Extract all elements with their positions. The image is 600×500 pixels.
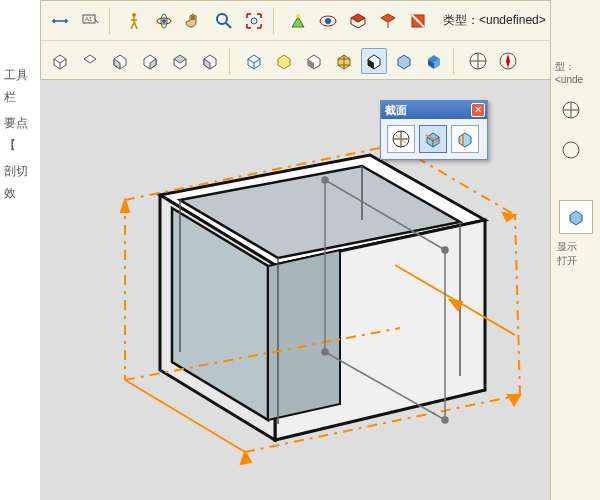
left-cropped-text: 工具栏 要点【 剖切效 <box>0 60 40 212</box>
svg-text:A1: A1 <box>85 16 93 22</box>
type-echo-label: 型：<unde <box>555 60 600 85</box>
right-text: 显示 打开 <box>557 240 577 268</box>
right-cropped-panel: 型：<unde 显示 打开 <box>550 0 600 500</box>
svg-point-10 <box>325 18 331 24</box>
close-icon[interactable]: ✕ <box>471 103 485 117</box>
shade-shaded-button[interactable] <box>301 48 327 74</box>
view-back-button[interactable] <box>167 48 193 74</box>
section-cut-toggle-button[interactable] <box>451 125 479 153</box>
svg-point-7 <box>251 18 257 24</box>
view-top-button[interactable] <box>77 48 103 74</box>
orbit-tool[interactable] <box>151 8 177 34</box>
zoom-tool[interactable] <box>211 8 237 34</box>
section-panel-titlebar[interactable]: 截面 ✕ <box>381 101 487 119</box>
section-plane-tool-button[interactable] <box>387 125 415 153</box>
section-panel-title: 截面 <box>383 103 407 118</box>
svg-point-2 <box>132 13 136 17</box>
view-left-button[interactable] <box>197 48 223 74</box>
position-camera-tool[interactable] <box>285 8 311 34</box>
axes-icon <box>561 100 581 120</box>
svg-point-8 <box>296 14 300 18</box>
right-thumb-box[interactable] <box>559 200 593 234</box>
svg-point-14 <box>322 177 328 183</box>
toolbar-row-2 <box>41 41 599 81</box>
shade-xray-button[interactable] <box>391 48 417 74</box>
shade-color-button[interactable] <box>421 48 447 74</box>
section-cut-tool[interactable] <box>405 8 431 34</box>
view-iso-button[interactable] <box>47 48 73 74</box>
section-display-tool[interactable] <box>375 8 401 34</box>
walk-tool[interactable] <box>121 8 147 34</box>
svg-point-5 <box>162 19 166 23</box>
svg-point-6 <box>217 14 227 24</box>
toolbar-row-1: A1 类型：<undefined> <box>41 1 599 41</box>
compass-button[interactable] <box>495 48 521 74</box>
view-right-button[interactable] <box>137 48 163 74</box>
section-display-toggle-button[interactable] <box>419 125 447 153</box>
type-field-label: 类型：<undefined> <box>443 12 546 29</box>
axes-toggle-button[interactable] <box>465 48 491 74</box>
section-panel-body <box>381 119 487 159</box>
shade-textured-button[interactable] <box>331 48 357 74</box>
svg-point-17 <box>322 349 328 355</box>
section-plane-tool[interactable] <box>345 8 371 34</box>
pan-tool[interactable] <box>181 8 207 34</box>
dimension-tool[interactable] <box>47 8 73 34</box>
shade-hidden-button[interactable] <box>271 48 297 74</box>
view-front-button[interactable] <box>107 48 133 74</box>
section-panel[interactable]: 截面 ✕ <box>380 100 488 160</box>
text-label-tool[interactable]: A1 <box>77 8 103 34</box>
compass-icon <box>561 140 581 160</box>
shade-wireframe-button[interactable] <box>241 48 267 74</box>
svg-point-16 <box>442 417 448 423</box>
zoom-extents-tool[interactable] <box>241 8 267 34</box>
look-around-tool[interactable] <box>315 8 341 34</box>
shade-monochrome-button[interactable] <box>361 48 387 74</box>
svg-point-20 <box>563 142 579 158</box>
svg-point-15 <box>442 247 448 253</box>
main-toolbar: A1 类型：<undefined> <box>40 0 600 80</box>
